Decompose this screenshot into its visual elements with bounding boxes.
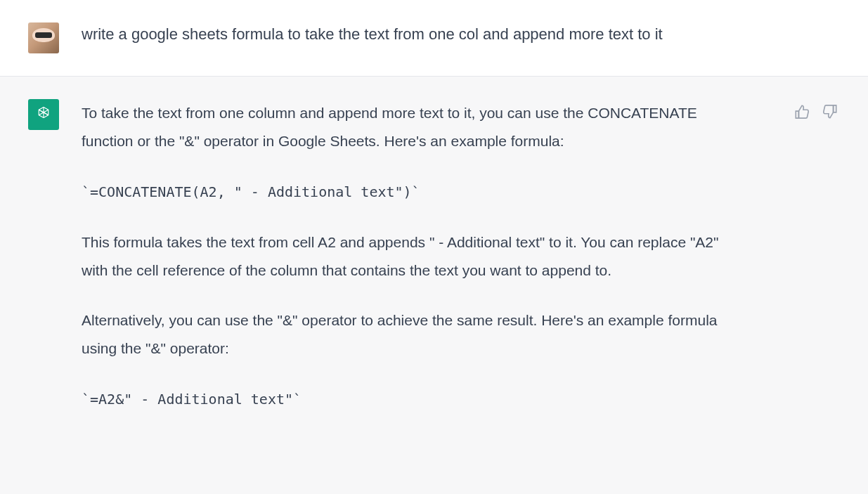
assistant-avatar — [28, 99, 59, 130]
user-avatar — [28, 22, 59, 53]
openai-logo-icon — [33, 104, 54, 125]
user-message-body: write a google sheets formula to take th… — [82, 22, 728, 46]
assistant-paragraph-3: Alternatively, you can use the "&" opera… — [82, 306, 728, 363]
thumbs-up-icon — [794, 104, 810, 119]
assistant-code-2: `=A2&" - Additional text"` — [82, 385, 728, 413]
assistant-message-row: To take the text from one column and app… — [0, 77, 868, 494]
user-message-row: write a google sheets formula to take th… — [0, 0, 868, 77]
thumbs-down-icon — [822, 104, 838, 119]
feedback-actions — [792, 99, 840, 122]
user-message-text: write a google sheets formula to take th… — [82, 22, 728, 46]
assistant-message-body: To take the text from one column and app… — [82, 99, 728, 413]
chat-container: write a google sheets formula to take th… — [0, 0, 868, 494]
thumbs-up-button[interactable] — [792, 102, 812, 122]
assistant-paragraph-1: To take the text from one column and app… — [82, 99, 728, 155]
thumbs-down-button[interactable] — [820, 102, 840, 122]
code-concat: `=CONCATENATE(A2, " - Additional text")` — [82, 183, 420, 200]
code-amp: `=A2&" - Additional text"` — [82, 391, 302, 408]
assistant-code-1: `=CONCATENATE(A2, " - Additional text")` — [82, 178, 728, 206]
assistant-paragraph-2: This formula takes the text from cell A2… — [82, 228, 728, 285]
